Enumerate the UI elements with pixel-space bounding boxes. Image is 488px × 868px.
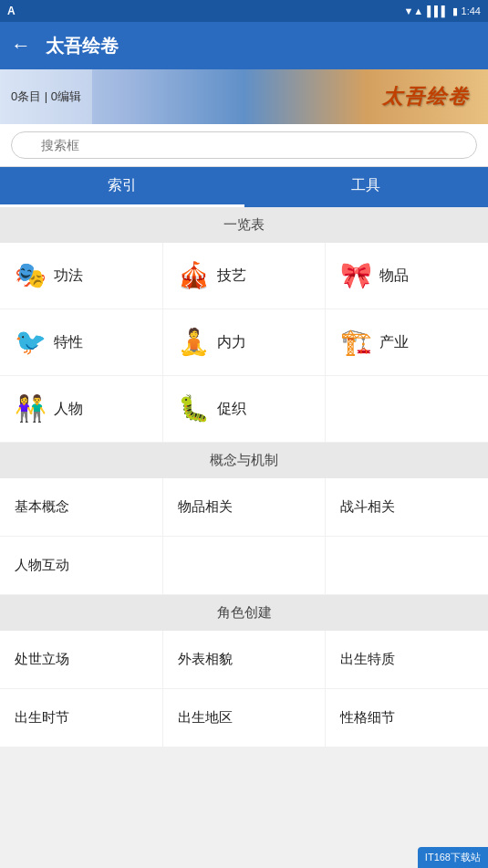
stats-text: 0条目 | 0编辑: [11, 89, 81, 105]
section-header: 概念与机制: [0, 443, 488, 478]
tabs: 索引 工具: [0, 167, 488, 207]
cell-icon: 🎭: [15, 263, 47, 288]
grid-cell[interactable]: 👫人物: [0, 376, 163, 442]
grid-cell-empty: [326, 376, 488, 442]
cell-icon: 🐦: [15, 329, 47, 355]
concept-row: 基本概念物品相关战斗相关: [0, 478, 488, 537]
concept-cell[interactable]: 外表相貌: [163, 631, 327, 688]
concept-row: 处世立场外表相貌出生特质: [0, 631, 488, 689]
wifi-icon: ▼▲: [403, 5, 423, 16]
section-header: 一览表: [0, 207, 488, 243]
concept-cell[interactable]: 出生时节: [0, 689, 163, 747]
grid-cell[interactable]: 🐦特性: [0, 309, 163, 375]
watermark: IT168下载站: [418, 847, 488, 868]
concept-cell[interactable]: 人物互动: [0, 537, 163, 594]
grid-cell[interactable]: 🧘内力: [163, 309, 327, 375]
concept-cell[interactable]: 基本概念: [0, 478, 163, 536]
cell-icon: 👫: [15, 396, 47, 422]
tab-tools[interactable]: 工具: [244, 167, 489, 207]
concept-row: 出生时节出生地区性格细节: [0, 689, 488, 748]
cell-icon: 🏗️: [340, 329, 372, 355]
tab-index[interactable]: 索引: [0, 167, 244, 207]
banner: 0条目 | 0编辑 太吾绘卷: [0, 69, 488, 124]
cell-label: 物品: [379, 267, 409, 286]
cell-label: 技艺: [217, 267, 246, 286]
cell-label: 内力: [217, 333, 246, 352]
battery-icon: ▮: [452, 5, 458, 17]
concept-cell[interactable]: 战斗相关: [326, 478, 488, 536]
grid-row: 🎭功法🎪技艺🎀物品: [0, 243, 488, 309]
search-input[interactable]: [11, 131, 477, 159]
grid-cell[interactable]: 🐛促织: [163, 376, 327, 442]
grid-cell[interactable]: 🏗️产业: [326, 309, 488, 375]
main-content: 一览表🎭功法🎪技艺🎀物品🐦特性🧘内力🏗️产业👫人物🐛促织概念与机制基本概念物品相…: [0, 207, 488, 748]
grid-container: 🎭功法🎪技艺🎀物品🐦特性🧘内力🏗️产业👫人物🐛促织: [0, 243, 488, 443]
grid-cell[interactable]: 🎪技艺: [163, 243, 327, 309]
concept-cell[interactable]: 出生特质: [326, 631, 488, 688]
status-bar: A ▼▲ ▌▌▌ ▮ 1:44: [0, 0, 488, 22]
section-header: 角色创建: [0, 595, 488, 631]
concept-cell[interactable]: 处世立场: [0, 631, 163, 688]
search-wrapper: 🔍: [11, 131, 477, 159]
signal-icon: ▌▌▌: [427, 5, 448, 16]
status-right: ▼▲ ▌▌▌ ▮ 1:44: [403, 5, 481, 17]
concept-cell[interactable]: 物品相关: [163, 478, 327, 536]
cell-icon: 🧘: [178, 329, 210, 355]
search-bar: 🔍: [0, 124, 488, 167]
back-button[interactable]: ←: [11, 34, 31, 58]
concept-cell-empty: [326, 537, 488, 594]
carrier-icon: A: [7, 5, 16, 17]
concept-cell[interactable]: 出生地区: [163, 689, 327, 747]
time-display: 1:44: [462, 5, 481, 16]
top-bar: ← 太吾绘卷: [0, 22, 488, 69]
grid-row: 🐦特性🧘内力🏗️产业: [0, 309, 488, 376]
grid-cell[interactable]: 🎭功法: [0, 243, 163, 309]
concept-cell-empty: [163, 537, 327, 594]
cell-label: 促织: [217, 400, 246, 419]
concept-row: 人物互动: [0, 537, 488, 595]
grid-row: 👫人物🐛促织: [0, 376, 488, 443]
cell-label: 产业: [379, 333, 409, 352]
page-title: 太吾绘卷: [46, 34, 119, 58]
stats-bar: 0条目 | 0编辑: [0, 69, 92, 124]
cell-label: 特性: [54, 333, 83, 352]
grid-cell[interactable]: 🎀物品: [326, 243, 488, 309]
cell-label: 人物: [54, 400, 83, 419]
cell-icon: 🎪: [178, 263, 210, 288]
cell-icon: 🐛: [178, 396, 210, 422]
cell-icon: 🎀: [340, 263, 372, 288]
cell-label: 功法: [54, 267, 83, 286]
concept-cell[interactable]: 性格细节: [326, 689, 488, 747]
banner-overlay-text: 太吾绘卷: [382, 83, 470, 110]
